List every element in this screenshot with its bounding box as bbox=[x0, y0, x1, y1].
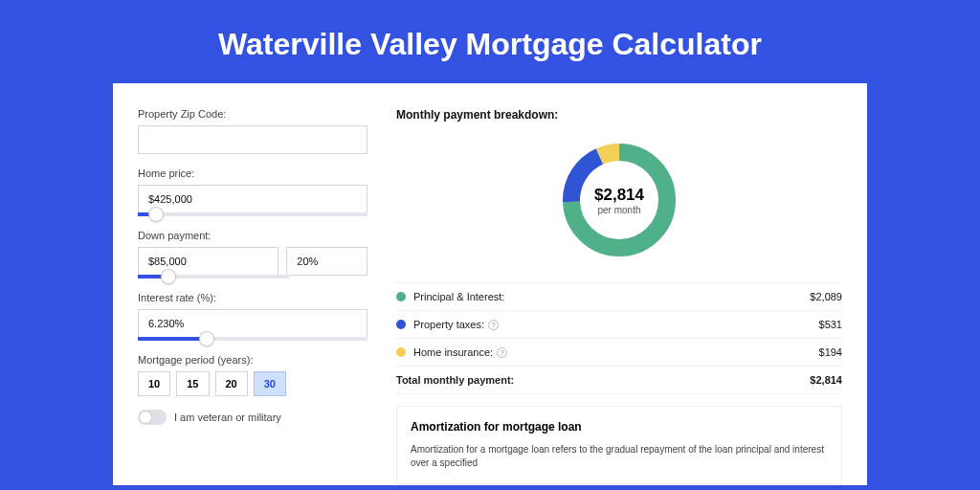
home-price-input[interactable] bbox=[138, 185, 368, 213]
legend-value: $2,089 bbox=[810, 291, 842, 302]
donut-sub: per month bbox=[597, 205, 640, 215]
amortization-title: Amortization for mortgage loan bbox=[411, 420, 828, 434]
info-icon[interactable]: ? bbox=[497, 347, 507, 358]
breakdown-title: Monthly payment breakdown: bbox=[396, 108, 842, 122]
veteran-label: I am veteran or military bbox=[174, 412, 281, 423]
legend-dot-icon bbox=[396, 347, 406, 357]
down-payment-slider[interactable] bbox=[138, 275, 289, 278]
interest-slider[interactable] bbox=[138, 337, 368, 341]
legend-row: Principal & Interest:$2,089 bbox=[396, 282, 842, 310]
legend-row: Property taxes:?$531 bbox=[396, 310, 842, 338]
legend-row: Home insurance:?$194 bbox=[396, 338, 842, 366]
down-payment-slider-thumb[interactable] bbox=[162, 270, 175, 283]
amortization-text: Amortization for a mortgage loan refers … bbox=[411, 443, 828, 470]
home-price-label: Home price: bbox=[138, 167, 368, 179]
legend-value: $531 bbox=[819, 319, 842, 330]
down-payment-input[interactable] bbox=[138, 247, 278, 276]
legend-dot-icon bbox=[396, 292, 406, 301]
legend-label: Home insurance:? bbox=[413, 346, 819, 358]
zip-label: Property Zip Code: bbox=[138, 108, 368, 120]
breakdown-column: Monthly payment breakdown: $2,814 per mo… bbox=[396, 108, 842, 485]
home-price-row: Home price: bbox=[138, 167, 368, 216]
form-column: Property Zip Code: Home price: Down paym… bbox=[138, 108, 368, 485]
legend-total-value: $2,814 bbox=[810, 374, 842, 386]
interest-row: Interest rate (%): bbox=[138, 292, 368, 341]
legend-label: Principal & Interest: bbox=[413, 291, 810, 302]
home-price-slider[interactable] bbox=[138, 212, 368, 216]
down-payment-label: Down payment: bbox=[138, 230, 368, 241]
home-price-slider-thumb[interactable] bbox=[149, 208, 163, 221]
interest-label: Interest rate (%): bbox=[138, 292, 368, 303]
down-payment-pct-input[interactable] bbox=[286, 247, 368, 276]
period-buttons: 10152030 bbox=[138, 371, 368, 396]
donut-center: $2,814 per month bbox=[558, 139, 680, 261]
legend-value: $194 bbox=[819, 346, 842, 358]
interest-input[interactable] bbox=[138, 309, 368, 338]
period-button-10[interactable]: 10 bbox=[138, 371, 170, 396]
calculator-panel: Property Zip Code: Home price: Down paym… bbox=[113, 83, 867, 485]
amortization-card: Amortization for mortgage loan Amortizat… bbox=[396, 406, 842, 484]
period-button-15[interactable]: 15 bbox=[176, 371, 209, 396]
period-label: Mortgage period (years): bbox=[138, 354, 368, 366]
legend-dot-icon bbox=[396, 320, 406, 329]
period-button-20[interactable]: 20 bbox=[215, 371, 248, 396]
legend: Principal & Interest:$2,089Property taxe… bbox=[396, 282, 842, 366]
legend-total-row: Total monthly payment: $2,814 bbox=[396, 366, 842, 394]
zip-input[interactable] bbox=[138, 125, 368, 154]
veteran-toggle[interactable] bbox=[138, 410, 167, 425]
legend-total-label: Total monthly payment: bbox=[396, 374, 810, 386]
page-title: Waterville Valley Mortgage Calculator bbox=[0, 0, 980, 83]
legend-label: Property taxes:? bbox=[413, 319, 819, 330]
interest-slider-fill bbox=[138, 337, 207, 341]
period-button-30[interactable]: 30 bbox=[254, 371, 286, 396]
veteran-row: I am veteran or military bbox=[138, 410, 368, 425]
period-row: Mortgage period (years): 10152030 bbox=[138, 354, 368, 396]
zip-row: Property Zip Code: bbox=[138, 108, 368, 154]
donut-chart: $2,814 per month bbox=[396, 139, 842, 261]
info-icon[interactable]: ? bbox=[488, 320, 499, 330]
donut-amount: $2,814 bbox=[594, 186, 644, 205]
interest-slider-thumb[interactable] bbox=[200, 332, 213, 345]
down-payment-row: Down payment: bbox=[138, 230, 368, 278]
